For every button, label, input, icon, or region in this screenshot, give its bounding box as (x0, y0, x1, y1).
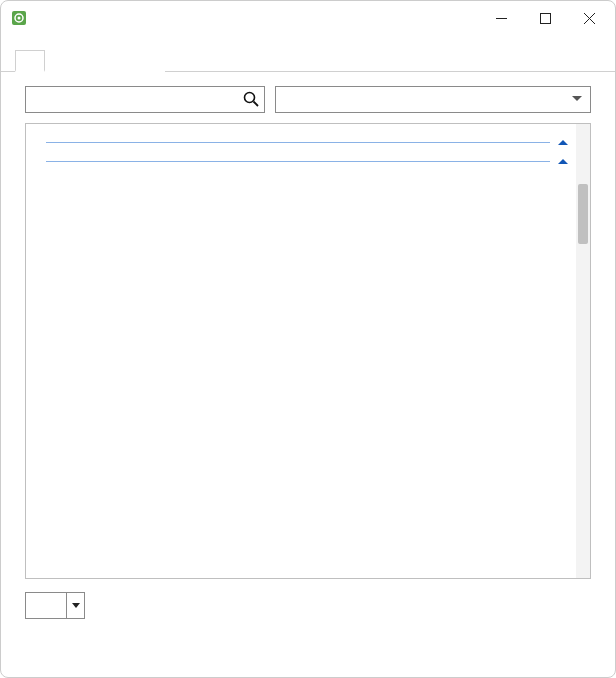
rules-panel (25, 123, 591, 579)
svg-line-8 (254, 102, 259, 107)
scrollbar-track[interactable] (576, 124, 590, 578)
svg-point-7 (245, 93, 255, 103)
chevron-down-icon (72, 603, 80, 608)
search-icon[interactable] (243, 91, 259, 107)
section-divider (46, 161, 550, 162)
maximize-button[interactable] (523, 3, 567, 33)
section-filter-select[interactable] (275, 86, 591, 113)
svg-rect-4 (540, 13, 550, 23)
tab-trusted-vendors[interactable] (45, 50, 75, 72)
minimize-button[interactable] (479, 3, 523, 33)
section-divider (46, 142, 550, 143)
app-icon (11, 10, 27, 26)
tab-settings[interactable] (75, 50, 105, 72)
protection-options-dropdown[interactable] (66, 593, 84, 618)
chevron-up-icon (558, 140, 568, 145)
toolbar (1, 72, 615, 123)
menubar (1, 35, 615, 43)
protection-options-button[interactable] (25, 592, 85, 619)
tabstrip (1, 49, 615, 72)
titlebar (1, 1, 615, 35)
tab-password[interactable] (105, 50, 135, 72)
window-controls (479, 3, 611, 33)
tab-protections[interactable] (15, 50, 45, 72)
scrollbar-thumb[interactable] (578, 184, 588, 244)
svg-point-2 (18, 17, 21, 20)
bottom-bar (1, 579, 615, 631)
section-digital-code-signature[interactable] (26, 130, 576, 149)
tab-enterprise[interactable] (135, 50, 165, 72)
search-wrap (25, 86, 265, 113)
rules-list (26, 124, 576, 578)
chevron-down-icon (572, 96, 582, 101)
section-block-specific-locations[interactable] (26, 149, 576, 168)
search-input[interactable] (25, 86, 265, 113)
chevron-up-icon (558, 159, 568, 164)
close-button[interactable] (567, 3, 611, 33)
